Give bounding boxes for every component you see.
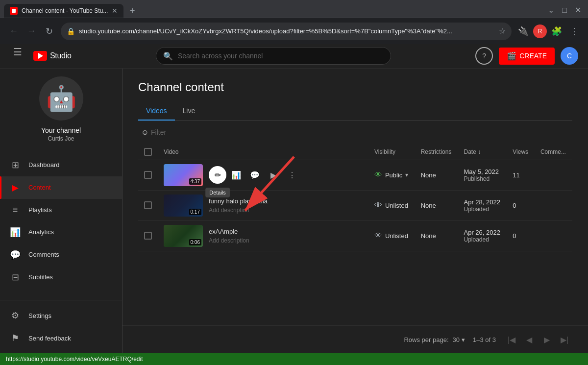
restrictions-column-header: Restrictions: [415, 144, 458, 160]
filter-input[interactable]: [151, 128, 237, 136]
pagination-controls: |◀ ◀ ▶ ▶|: [504, 332, 572, 347]
tab-videos[interactable]: Videos: [138, 102, 175, 121]
search-bar[interactable]: 🔍: [156, 47, 391, 65]
bookmark-icon[interactable]: ☆: [499, 26, 506, 36]
select-all-checkbox[interactable]: [144, 148, 152, 156]
window-controls: ⌄ □ ✕: [545, 4, 584, 18]
visibility-icon: 👁: [374, 170, 382, 179]
help-icon: ?: [482, 52, 486, 60]
comments-column-header: Comme...: [535, 144, 572, 160]
search-icon: 🔍: [163, 51, 173, 61]
main-header: Channel content Videos Live: [122, 69, 588, 121]
extensions-icon[interactable]: 🔌: [515, 24, 531, 39]
comments-cell: [535, 190, 572, 220]
kebab-icon: ⋮: [288, 170, 296, 180]
restrictions-value: None: [421, 171, 436, 179]
video-table-container: Video Visibility Restrictions Date ↓ Vie…: [122, 144, 588, 325]
close-window-button[interactable]: ✕: [572, 4, 584, 16]
visibility-cell: 👁 Unlisted: [368, 220, 415, 251]
youtube-button[interactable]: ▶: [265, 166, 282, 184]
puzzle-icon[interactable]: 🧩: [549, 24, 564, 39]
sidebar-item-label: Dashboard: [28, 161, 60, 169]
search-input[interactable]: [178, 52, 384, 60]
rows-per-page-select[interactable]: 30 ▾: [453, 336, 465, 343]
video-thumbnail: 0:17: [164, 195, 203, 217]
pagination-info: 1–3 of 3: [473, 336, 496, 343]
edit-details-button[interactable]: ✏ Details: [209, 166, 226, 184]
date-status: Published: [464, 175, 501, 182]
analytics-button[interactable]: 📊: [227, 166, 245, 184]
profile-icon[interactable]: R: [533, 24, 547, 38]
first-page-button[interactable]: |◀: [504, 332, 519, 347]
sidebar-item-content[interactable]: ▶ Content: [0, 176, 122, 199]
filter-button[interactable]: ⊜: [138, 126, 241, 138]
status-bar: https://studio.youtube.com/video/veVxeuA…: [0, 353, 588, 365]
video-cell: 0:17 funny halo play haha Add descriptio…: [158, 190, 368, 220]
comments-icon: 💬: [10, 249, 21, 260]
visibility-cell: 👁 Unlisted: [368, 190, 415, 220]
subtitles-icon: ⊟: [10, 272, 21, 283]
visibility-dropdown[interactable]: ▾: [405, 171, 408, 178]
address-bar[interactable]: 🔒 studio.youtube.com/channel/UCvY_ilCkXo…: [61, 23, 512, 40]
tab-bar: Channel content - YouTube Stu... ✕ + ⌄ □…: [0, 0, 588, 18]
comments-button[interactable]: 💬: [246, 166, 264, 184]
sidebar-item-analytics[interactable]: 📊 Analytics: [0, 221, 122, 243]
sidebar-bottom: ⚙ Settings ⚑ Send feedback: [0, 300, 122, 353]
youtube-studio-logo[interactable]: Studio: [33, 51, 72, 61]
active-tab[interactable]: Channel content - YouTube Stu... ✕: [4, 4, 123, 18]
back-button[interactable]: ←: [6, 24, 22, 39]
help-button[interactable]: ?: [475, 47, 493, 65]
sidebar-item-dashboard[interactable]: ⊞ Dashboard: [0, 154, 122, 176]
feedback-icon: ⚑: [10, 333, 21, 343]
prev-page-button[interactable]: ◀: [521, 332, 537, 347]
sidebar-item-settings[interactable]: ⚙ Settings: [0, 304, 122, 327]
date-status: Uploaded: [464, 236, 501, 243]
search-area: 🔍: [72, 47, 476, 65]
more-options-button[interactable]: ⋮: [283, 166, 301, 184]
date-value: May 5, 2022: [464, 168, 501, 175]
main-content: Channel content Videos Live ⊜: [122, 69, 588, 353]
sidebar-item-feedback[interactable]: ⚑ Send feedback: [0, 327, 122, 349]
table-body: 4:37 ✏ Details: [138, 160, 572, 251]
nav-right-icons: 🔌 R 🧩 ⋮: [515, 24, 582, 39]
table-row: 4:37 ✏ Details: [138, 160, 572, 190]
user-avatar[interactable]: C: [561, 47, 578, 65]
channel-avatar[interactable]: 🤖: [39, 76, 83, 126]
tab-live[interactable]: Live: [175, 102, 203, 121]
create-button[interactable]: 🎬 CREATE: [499, 48, 555, 65]
reload-button[interactable]: ↻: [41, 24, 57, 39]
forward-button[interactable]: →: [24, 24, 39, 39]
video-duration: 0:17: [189, 209, 201, 215]
app-header-left: ☰ Studio: [10, 44, 72, 68]
sidebar-item-subtitles[interactable]: ⊟ Subtitles: [0, 266, 122, 289]
date-value: Apr 28, 2022: [464, 198, 501, 206]
settings-icon: ⚙: [10, 310, 21, 321]
nav-bar: ← → ↻ 🔒 studio.youtube.com/channel/UCvY_…: [0, 18, 588, 44]
new-tab-button[interactable]: +: [125, 4, 139, 18]
app-header: ☰ Studio 🔍 ? 🎬 CREATE C: [0, 44, 588, 69]
date-column-header[interactable]: Date ↓: [458, 144, 507, 160]
rows-per-page: Rows per page: 30 ▾: [404, 336, 465, 343]
date-cell: Apr 26, 2022 Uploaded: [458, 220, 507, 251]
menu-icon[interactable]: ⋮: [566, 24, 582, 39]
channel-name: Your channel: [41, 126, 81, 134]
video-cell: 0:06 exAAmple Add description: [158, 220, 368, 251]
sidebar-item-playlists[interactable]: ≡ Playlists: [0, 199, 122, 221]
table-header: Video Visibility Restrictions Date ↓ Vie…: [138, 144, 572, 160]
sidebar-item-label: Send feedback: [28, 335, 71, 342]
row-checkbox[interactable]: [144, 201, 152, 209]
last-page-button[interactable]: ▶|: [557, 332, 572, 347]
row-checkbox[interactable]: [144, 171, 152, 179]
create-icon: 🎬: [507, 51, 516, 61]
browser-chrome: Channel content - YouTube Stu... ✕ + ⌄ □…: [0, 0, 588, 44]
next-page-button[interactable]: ▶: [539, 332, 555, 347]
sidebar-item-label: Subtitles: [28, 273, 53, 281]
row-checkbox[interactable]: [144, 232, 152, 240]
sidebar-menu-button[interactable]: ☰: [10, 44, 25, 60]
minimize-button[interactable]: ⌄: [545, 4, 557, 16]
restore-button[interactable]: □: [559, 5, 570, 16]
views-value: 11: [513, 171, 519, 179]
sidebar-item-comments[interactable]: 💬 Comments: [0, 243, 122, 266]
youtube-icon: ▶: [270, 170, 276, 180]
tab-close-button[interactable]: ✕: [112, 7, 118, 15]
